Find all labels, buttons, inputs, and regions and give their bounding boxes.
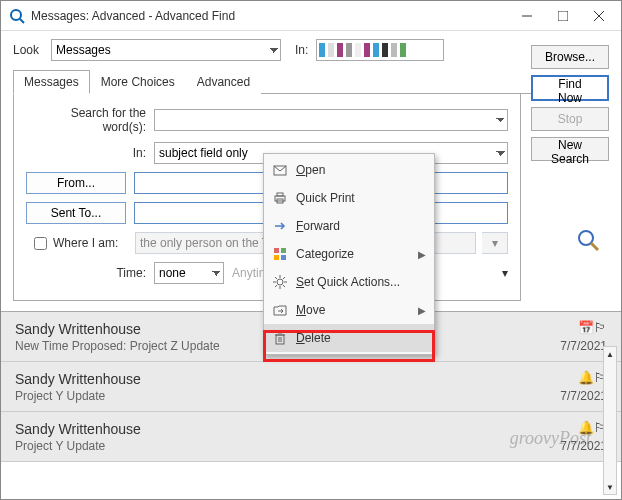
categorize-icon [272,246,288,262]
titlebar: Messages: Advanced - Advanced Find [1,1,621,31]
menu-delete[interactable]: Delete [264,324,434,352]
svg-rect-15 [274,255,279,260]
menu-categorize[interactable]: Categorize ▶ [264,240,434,268]
menu-label: Quick Print [296,191,426,205]
look-select[interactable]: Messages [51,39,281,61]
new-search-button[interactable]: New Search [531,137,609,161]
result-subject: Project Y Update [15,389,560,403]
menu-label: Open [296,163,426,177]
result-date: 7/7/2021 [560,389,607,403]
scroll-up-button[interactable]: ▲ [604,347,616,361]
svg-rect-13 [274,248,279,253]
open-icon [272,162,288,178]
result-date: 7/7/2021 [560,439,607,453]
scroll-down-button[interactable]: ▼ [604,480,616,494]
svg-line-24 [283,277,285,279]
svg-rect-16 [281,255,286,260]
result-sender: Sandy Writtenhouse [15,371,560,387]
menu-label: Delete [296,331,426,345]
look-in-label: In: [295,43,308,57]
look-label: Look [13,43,43,57]
result-subject: Project Y Update [15,439,560,453]
svg-rect-10 [277,193,283,196]
print-icon [272,190,288,206]
tab-bar: Messages More Choices Advanced [13,69,609,94]
svg-line-23 [283,285,285,287]
magnifier-icon[interactable] [576,228,602,260]
chevron-right-icon: ▶ [418,305,426,316]
search-label: Search for the word(s): [26,106,146,134]
svg-line-1 [20,19,24,23]
window-frame: Messages: Advanced - Advanced Find Look … [0,0,622,500]
menu-set-quick-actions[interactable]: Set Quick Actions... [264,268,434,296]
time-label: Time: [26,266,146,280]
where-i-am-label: Where I am: [53,236,129,250]
move-icon [272,302,288,318]
menu-open[interactable]: Open [264,156,434,184]
svg-line-22 [275,277,277,279]
find-now-button[interactable]: Find Now [531,75,609,101]
app-icon [9,8,25,24]
svg-rect-14 [281,248,286,253]
where-i-am-dropdown-button: ▾ [482,232,508,254]
context-menu: Open Quick Print Forward Categorize ▶ Se… [263,153,435,355]
in-label: In: [26,146,146,160]
search-words-input[interactable] [154,109,508,131]
result-sender: Sandy Writtenhouse [15,421,560,437]
menu-forward[interactable]: Forward [264,212,434,240]
svg-line-25 [275,285,277,287]
menu-label: Categorize [296,247,410,261]
delete-icon [272,330,288,346]
results-scrollbar[interactable]: ▲ ▼ [603,346,617,495]
time-range-dropdown-button: ▾ [502,266,508,280]
gear-icon [272,274,288,290]
svg-point-0 [11,10,21,20]
result-row[interactable]: Sandy Writtenhouse Project Y Update 🔔🏳 7… [1,412,621,462]
menu-label: Move [296,303,410,317]
svg-rect-3 [558,11,568,21]
from-button[interactable]: From... [26,172,126,194]
calendar-flag-icon: 📅🏳 [578,320,607,335]
chevron-right-icon: ▶ [418,249,426,260]
svg-point-17 [277,279,283,285]
right-buttons: Browse... Find Now Stop New Search [531,45,609,161]
result-row[interactable]: Sandy Writtenhouse Project Y Update 🔔🏳 7… [1,362,621,412]
where-i-am-checkbox[interactable] [34,237,47,250]
tab-messages[interactable]: Messages [13,70,90,94]
close-button[interactable] [581,1,617,31]
menu-label: Set Quick Actions... [296,275,426,289]
tab-more-choices[interactable]: More Choices [90,70,186,94]
minimize-button[interactable] [509,1,545,31]
browse-button[interactable]: Browse... [531,45,609,69]
svg-line-7 [591,243,598,250]
maximize-button[interactable] [545,1,581,31]
look-row: Look Messages In: [1,31,621,69]
result-date: 7/7/2021 [560,339,607,353]
stop-button[interactable]: Stop [531,107,609,131]
forward-icon [272,218,288,234]
svg-point-6 [579,231,593,245]
menu-move[interactable]: Move ▶ [264,296,434,324]
svg-rect-27 [276,335,284,344]
menu-label: Forward [296,219,426,233]
window-title: Messages: Advanced - Advanced Find [31,9,509,23]
tab-advanced[interactable]: Advanced [186,70,261,94]
time-select[interactable]: none [154,262,224,284]
folder-scope-display [316,39,444,61]
menu-quick-print[interactable]: Quick Print [264,184,434,212]
sent-to-button[interactable]: Sent To... [26,202,126,224]
